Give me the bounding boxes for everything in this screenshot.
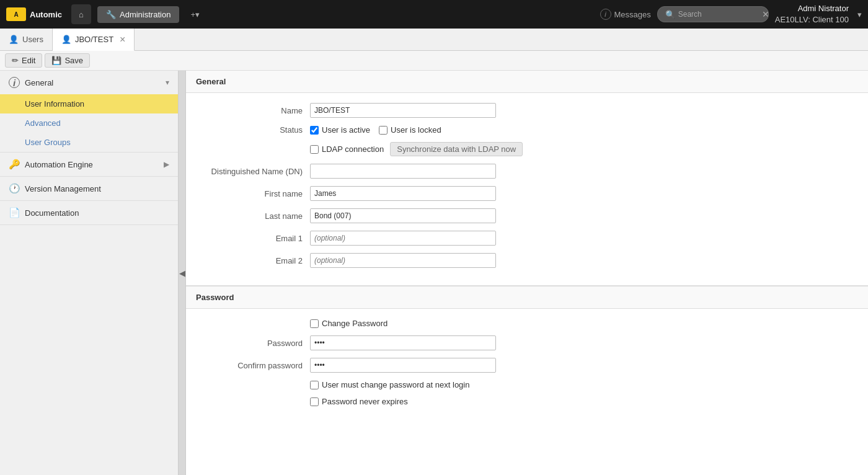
must-change-label[interactable]: User must change password at next login [310, 380, 469, 389]
sidebar-general-header[interactable]: i General ▾ [0, 71, 178, 94]
user-dropdown-caret[interactable]: ▾ [857, 10, 862, 19]
user-name: Admi Nistrator [775, 3, 849, 14]
users-tab-label: Users [22, 35, 43, 44]
user-is-active-checkbox[interactable] [310, 126, 319, 135]
search-input[interactable] [678, 10, 759, 19]
jbo-tab-close[interactable]: × [120, 35, 125, 45]
must-change-text: User must change password at next login [322, 380, 469, 389]
advanced-label: Advanced [25, 118, 61, 128]
status-label: Status [198, 125, 310, 135]
email1-input[interactable] [310, 231, 496, 246]
never-expires-row: Password never expires [198, 397, 856, 406]
change-password-text: Change Password [322, 319, 388, 328]
email2-input[interactable] [310, 253, 496, 268]
firstname-input[interactable] [310, 186, 496, 201]
sidebar: i General ▾ User Information Advanced Us… [0, 71, 179, 475]
search-box: 🔍 ✕ [657, 6, 769, 22]
automation-icon: 🔑 [9, 159, 20, 170]
sidebar-version-header[interactable]: 🕐 Version Management [0, 177, 178, 200]
firstname-label: First name [198, 189, 310, 198]
sync-ldap-button[interactable]: Synchronize data with LDAP now [390, 142, 523, 156]
jbo-tab-icon: 👤 [61, 35, 71, 44]
password-input[interactable] [310, 335, 496, 350]
edit-icon: ✏ [12, 56, 19, 65]
user-is-active-label[interactable]: User is active [310, 125, 370, 135]
change-password-checkbox[interactable] [310, 319, 319, 328]
name-input[interactable] [310, 103, 496, 118]
admin-tab-label: Administration [120, 10, 170, 19]
general-section-title: General [186, 71, 868, 93]
admin-tab[interactable]: 🔧 Administration [97, 6, 179, 23]
edit-button[interactable]: ✏ Edit [5, 53, 42, 68]
password-form: Change Password Password Confirm passwor… [186, 309, 868, 424]
sidebar-general-section: i General ▾ User Information Advanced Us… [0, 71, 178, 153]
add-icon: +▾ [190, 10, 200, 19]
dn-label: Distinguished Name (DN) [198, 167, 310, 176]
dn-input[interactable] [310, 164, 496, 179]
confirm-password-row: Confirm password [198, 358, 856, 373]
never-expires-label[interactable]: Password never expires [310, 397, 408, 406]
name-label: Name [198, 106, 310, 115]
firstname-row: First name [198, 186, 856, 201]
search-icon: 🔍 [665, 10, 675, 19]
ldap-connection-label[interactable]: LDAP connection [310, 144, 384, 154]
user-client: AE10LLV: Client 100 [775, 14, 849, 25]
user-is-locked-label[interactable]: User is locked [379, 125, 441, 135]
sidebar-general-label: General [25, 78, 53, 87]
admin-tab-icon: 🔧 [106, 10, 116, 19]
sidebar-user-groups-item[interactable]: User Groups [0, 133, 178, 152]
add-tab-button[interactable]: +▾ [185, 6, 205, 22]
save-icon: 💾 [51, 56, 61, 65]
jbo-tab[interactable]: 👤 JBO/TEST × [53, 29, 135, 51]
collapse-icon: ◀ [179, 269, 185, 278]
messages-label: Messages [614, 10, 651, 19]
ldap-connection-text: LDAP connection [322, 144, 384, 154]
user-is-locked-checkbox[interactable] [379, 126, 388, 135]
messages-area[interactable]: i Messages [600, 9, 651, 20]
documentation-icon: 📄 [9, 207, 20, 218]
confirm-password-label: Confirm password [198, 361, 310, 370]
sidebar-automation-header[interactable]: 🔑 Automation Engine ▶ [0, 153, 178, 176]
must-change-checkbox[interactable] [310, 381, 319, 389]
sidebar-automation-section: 🔑 Automation Engine ▶ [0, 153, 178, 177]
lastname-label: Last name [198, 211, 310, 221]
user-info: Admi Nistrator AE10LLV: Client 100 [775, 3, 849, 25]
tabbar: 👤 Users 👤 JBO/TEST × [0, 29, 868, 51]
sync-ldap-label: Synchronize data with LDAP now [397, 144, 516, 154]
user-is-locked-text: User is locked [391, 125, 441, 135]
sidebar-documentation-header[interactable]: 📄 Documentation [0, 201, 178, 224]
save-button[interactable]: 💾 Save [45, 53, 90, 68]
info-icon: i [600, 9, 611, 20]
save-label: Save [64, 56, 83, 65]
sidebar-advanced-item[interactable]: Advanced [0, 113, 178, 133]
sidebar-documentation-label: Documentation [25, 208, 79, 218]
ldap-row: LDAP connection Synchronize data with LD… [198, 142, 856, 156]
dn-row: Distinguished Name (DN) [198, 164, 856, 179]
logo-text: Automic [30, 10, 62, 19]
never-expires-checkbox[interactable] [310, 397, 319, 406]
ldap-connection-checkbox[interactable] [310, 145, 319, 154]
change-password-label[interactable]: Change Password [310, 319, 388, 328]
password-label: Password [198, 339, 310, 348]
email1-label: Email 1 [198, 234, 310, 243]
sidebar-automation-label: Automation Engine [25, 160, 93, 169]
password-section-title: Password [186, 286, 868, 309]
jbo-tab-label: JBO/TEST [75, 35, 113, 44]
user-is-active-text: User is active [322, 125, 370, 135]
ldap-controls: LDAP connection Synchronize data with LD… [310, 142, 523, 156]
sidebar-collapse-handle[interactable]: ◀ [179, 71, 186, 475]
sidebar-user-information-item[interactable]: User Information [0, 94, 178, 113]
topbar: A Automic ⌂ 🔧 Administration +▾ i Messag… [0, 0, 868, 29]
user-information-label: User Information [25, 99, 84, 109]
logo: A Automic [6, 7, 62, 21]
lastname-input[interactable] [310, 208, 496, 223]
never-expires-text: Password never expires [322, 397, 408, 406]
general-chevron-icon: ▾ [166, 78, 169, 87]
home-button[interactable]: ⌂ [71, 4, 91, 24]
sidebar-wrapper: i General ▾ User Information Advanced Us… [0, 71, 186, 475]
password-row: Password [198, 335, 856, 350]
users-tab[interactable]: 👤 Users [0, 29, 53, 50]
search-clear-button[interactable]: ✕ [762, 9, 769, 19]
confirm-password-input[interactable] [310, 358, 496, 373]
automation-chevron-icon: ▶ [164, 160, 169, 169]
